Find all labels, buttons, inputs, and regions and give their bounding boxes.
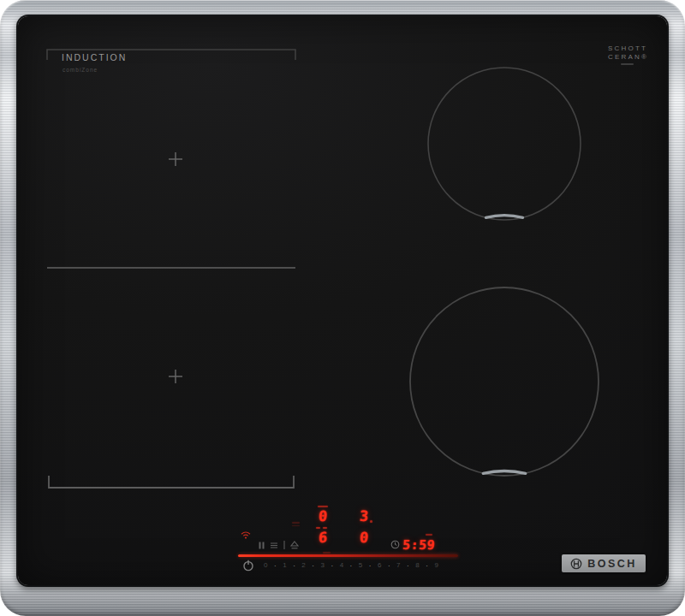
timer-min-indicator [426,534,432,536]
home-connect-wifi-icon [240,530,252,539]
function-key-row [259,540,299,550]
power-scale-item[interactable]: 4 [340,561,343,569]
zone-transfer-triangle-icon[interactable] [290,541,299,549]
pause-icon[interactable] [259,542,265,549]
power-scale-item[interactable]: 6 [378,561,381,569]
dim-indicator-c [323,552,331,554]
power-scale-item[interactable]: 8 [415,561,419,569]
cooktop-product-image: INDUCTION combiZone SCHOTT CERAN® 0 3 6 … [0,0,685,616]
power-scale-item: · [388,560,390,570]
bridge-indicator-front-left-a [316,527,320,529]
power-scale-item: · [349,560,352,570]
power-scale-item: · [331,560,333,570]
power-scale-item: · [369,560,372,570]
power-scale-item[interactable]: 5 [359,561,362,569]
ceramic-glass-surface [18,16,667,585]
power-scale-item[interactable]: 3 [320,561,324,569]
bosch-badge: BOSCH [562,554,646,572]
zone-display-rear-left[interactable]: 0 [318,507,328,524]
schott-ceran-logo: SCHOTT CERAN® [608,44,648,65]
power-scale-item: · [407,560,409,570]
induction-label: INDUCTION [62,52,127,62]
menu-icon[interactable] [270,542,278,549]
dim-indicator-a [292,522,300,524]
power-scale-item[interactable]: 7 [396,561,400,569]
schott-line2: CERAN® [608,53,648,62]
divider-bar-icon [283,541,285,549]
schott-line1: SCHOTT [608,44,648,53]
bosch-anchor-logo-icon [570,558,582,570]
power-scale-item[interactable]: 2 [301,561,305,569]
dim-indicator-b [292,525,300,527]
power-scale-item: · [293,560,295,570]
bridge-indicator-front-left-b [323,527,327,529]
power-scale-item: · [426,560,428,570]
power-slider-line[interactable] [238,554,458,557]
power-scale-item[interactable]: 0 [264,561,267,569]
power-scale-item: · [274,560,277,570]
schott-sub-mark [621,63,634,65]
power-standby-icon[interactable] [242,560,254,572]
timer-display[interactable]: 5:59 [402,537,435,553]
power-scale-item[interactable]: 9 [434,561,438,569]
zone-display-front-left[interactable]: 6 [318,529,328,546]
zone-display-rear-right[interactable]: 3 [359,507,369,524]
power-scale-item[interactable]: 1 [283,561,286,569]
bosch-wordmark: BOSCH [587,558,637,570]
zone-display-front-right[interactable]: 0 [359,529,369,546]
timer-dot-indicator-rear-right [370,520,372,523]
induction-sublabel: combiZone [63,67,98,73]
power-scale-item: · [312,560,314,570]
zone-selected-indicator-rear-left [318,506,328,507]
power-level-scale[interactable]: 0·1·2·3·4·5·6·7·8·9 [264,560,438,570]
clock-icon[interactable] [390,540,400,549]
